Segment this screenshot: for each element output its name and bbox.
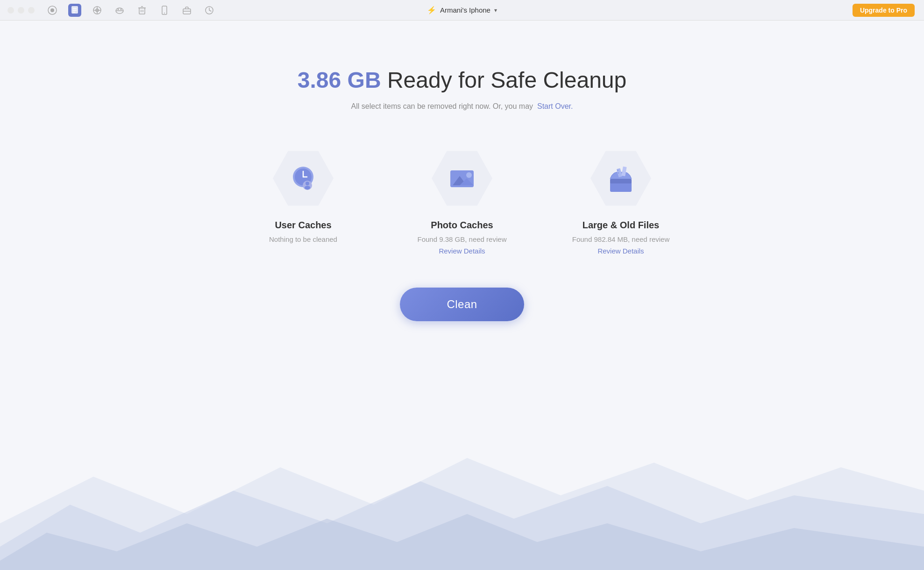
nav-briefcase-icon[interactable]	[180, 4, 193, 17]
photo-caches-icon-wrapper	[432, 148, 492, 209]
nav-mask-icon[interactable]	[113, 4, 126, 17]
svg-point-29	[306, 182, 309, 185]
device-icon: ⚡	[427, 6, 436, 14]
user-caches-card: User Caches Nothing to be cleaned	[252, 148, 355, 247]
svg-rect-37	[610, 179, 632, 183]
main-headline: 3.86 GB Ready for Safe Cleanup	[298, 67, 626, 93]
nav-icons	[46, 4, 216, 17]
svg-point-13	[121, 8, 122, 10]
svg-marker-42	[0, 458, 924, 570]
svg-point-1	[50, 8, 54, 12]
user-caches-icon	[287, 162, 320, 195]
nav-privacy-icon[interactable]	[91, 4, 104, 17]
large-old-files-icon	[604, 162, 637, 195]
svg-marker-43	[0, 481, 924, 570]
nav-phone-icon[interactable]	[158, 4, 171, 17]
photo-caches-icon	[446, 162, 478, 195]
svg-point-35	[466, 172, 472, 178]
nav-trash-icon[interactable]	[135, 4, 149, 17]
large-old-files-status: Found 982.84 MB, need review	[572, 235, 669, 243]
svg-marker-44	[0, 514, 924, 570]
svg-point-30	[305, 186, 310, 190]
photo-caches-status: Found 9.38 GB, need review	[418, 235, 507, 243]
large-old-files-review-link[interactable]: Review Details	[597, 247, 644, 255]
svg-point-20	[164, 13, 165, 14]
nav-history-icon[interactable]	[203, 4, 216, 17]
nav-cleaner-icon[interactable]	[68, 4, 81, 17]
storage-size: 3.86 GB	[298, 68, 381, 92]
main-content: 3.86 GB Ready for Safe Cleanup All selec…	[0, 21, 924, 570]
nav-home-icon[interactable]	[46, 4, 59, 17]
maximize-button[interactable]	[28, 7, 35, 14]
large-old-files-icon-wrapper	[590, 148, 651, 209]
chevron-down-icon: ▾	[494, 7, 497, 14]
upgrade-button[interactable]: Upgrade to Pro	[853, 4, 915, 17]
photo-caches-card: Photo Caches Found 9.38 GB, need review …	[411, 148, 513, 255]
subtitle: All select items can be removed right no…	[351, 102, 573, 111]
clean-button[interactable]: Clean	[400, 288, 524, 321]
titlebar: ⚡ Armani's Iphone ▾ Upgrade to Pro	[0, 0, 924, 21]
start-over-link[interactable]: Start Over.	[537, 102, 573, 110]
photo-caches-title: Photo Caches	[431, 220, 493, 231]
user-caches-title: User Caches	[275, 220, 331, 231]
cards-row: User Caches Nothing to be cleaned Photo …	[252, 148, 672, 255]
device-name: Armani's Iphone	[440, 6, 490, 14]
user-caches-icon-wrapper	[273, 148, 334, 209]
mountain-background	[0, 430, 924, 570]
svg-rect-14	[139, 8, 145, 14]
photo-caches-review-link[interactable]: Review Details	[439, 247, 485, 255]
minimize-button[interactable]	[18, 7, 24, 14]
svg-point-12	[118, 8, 119, 10]
traffic-lights	[7, 7, 35, 14]
device-selector[interactable]: ⚡ Armani's Iphone ▾	[427, 6, 497, 14]
headline-text: Ready for Safe Cleanup	[387, 68, 626, 92]
user-caches-status: Nothing to be cleaned	[269, 235, 337, 243]
large-old-files-card: Large & Old Files Found 982.84 MB, need …	[569, 148, 672, 255]
close-button[interactable]	[7, 7, 14, 14]
large-old-files-title: Large & Old Files	[583, 220, 659, 231]
subtitle-prefix: All select items can be removed right no…	[351, 102, 533, 110]
